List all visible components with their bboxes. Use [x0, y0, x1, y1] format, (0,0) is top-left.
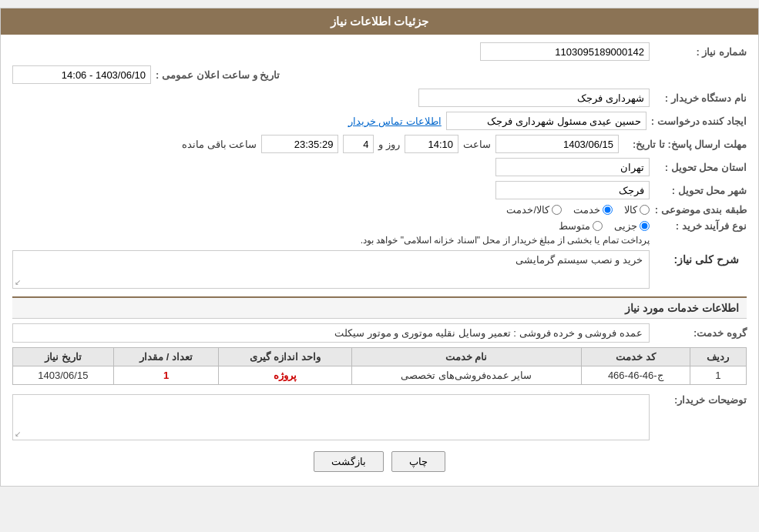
- button-row: چاپ بازگشت: [12, 451, 747, 472]
- farvanad-radio-group: جزیی متوسط: [361, 220, 650, 232]
- services-table: ردیف کد خدمت نام خدمت واحد اندازه گیری ت…: [12, 347, 747, 385]
- cell-kod: ج-46-46-466: [581, 366, 690, 385]
- farvanad-motavaset[interactable]: متوسط: [559, 220, 603, 232]
- shmare-niaz-input[interactable]: [480, 42, 650, 61]
- toz-label: توضیحات خریدار:: [654, 391, 747, 406]
- cell-tarikh: 1403/06/15: [13, 366, 114, 385]
- saat-mande-label: ساعت باقی مانده: [182, 139, 257, 150]
- col-tedad: تعداد / مقدار: [113, 348, 219, 366]
- resize-icon: ↙: [15, 278, 21, 286]
- cell-tedad: 1: [113, 366, 219, 385]
- ijad-konande-input[interactable]: [446, 112, 646, 130]
- farvanad-note: پرداخت تمام یا بخشی از مبلغ خریدار از مح…: [361, 235, 650, 246]
- rooz-label: روز و: [378, 139, 400, 150]
- col-kod: کد خدمت: [581, 348, 690, 366]
- mohlat-rooz-input[interactable]: [343, 135, 374, 153]
- goroh-value: عمده فروشی و خرده فروشی : تعمیر وسایل نق…: [334, 327, 643, 339]
- bazgasht-button[interactable]: بازگشت: [314, 451, 384, 472]
- khadamat-section-title: اطلاعات خدمات مورد نیاز: [12, 296, 747, 319]
- page-header: جزئیات اطلاعات نیاز: [1, 8, 758, 35]
- goroh-label: گروه خدمت:: [654, 327, 747, 339]
- cell-vahed: پروژه: [219, 366, 351, 385]
- tarikh-saat-label: تاریخ و ساعت اعلان عمومی :: [156, 69, 280, 81]
- tabeeh-kala[interactable]: کالا: [624, 204, 650, 216]
- farvanad-jozi[interactable]: جزیی: [614, 220, 650, 232]
- shahr-input[interactable]: [495, 181, 650, 199]
- tabeeh-label: طبقه بندی موضوعی :: [654, 204, 747, 216]
- resize-icon-toz: ↙: [15, 430, 21, 438]
- mohlat-mande-input[interactable]: [261, 135, 338, 153]
- ostan-label: استان محل تحویل :: [654, 162, 747, 173]
- tabeeh-kala-khedmat[interactable]: کالا/خدمت: [506, 204, 562, 216]
- col-nam: نام خدمت: [351, 348, 581, 366]
- nam-dastgah-label: نام دستگاه خریدار :: [654, 92, 747, 104]
- saat-label: ساعت: [463, 139, 491, 150]
- mohlat-ersal-label: مهلت ارسال پاسخ: تا تاریخ:: [623, 139, 747, 150]
- toz-box: ↙: [12, 394, 650, 440]
- table-row: 1 ج-46-46-466 سایر عمده‌فروشی‌های تخصصی …: [13, 366, 747, 385]
- tabeeh-khedmat[interactable]: خدمت: [573, 204, 613, 216]
- sharh-text: خرید و نصب سیستم گرمایشی: [516, 254, 643, 266]
- chap-button[interactable]: چاپ: [391, 451, 445, 472]
- farvanad-label: نوع فرآیند خرید :: [654, 220, 747, 232]
- sharh-box: خرید و نصب سیستم گرمایشی ↙: [12, 250, 650, 289]
- col-vahed: واحد اندازه گیری: [219, 348, 351, 366]
- ijad-konande-label: ایجاد کننده درخواست :: [651, 115, 747, 127]
- sharh-label: شرح کلی نیاز:: [654, 250, 747, 269]
- ettelaat-tamas-link[interactable]: اطلاعات تماس خریدار: [348, 115, 442, 127]
- goroh-service-box: عمده فروشی و خرده فروشی : تعمیر وسایل نق…: [12, 323, 650, 343]
- col-tarikh: تاریخ نیاز: [13, 348, 114, 366]
- tabeeh-radio-group: کالا خدمت کالا/خدمت: [506, 204, 650, 216]
- mohlat-saat-input[interactable]: [405, 135, 458, 153]
- col-radif: ردیف: [690, 348, 746, 366]
- nam-dastgah-input[interactable]: [418, 89, 650, 107]
- shahr-label: شهر محل تحویل :: [654, 185, 747, 196]
- tarikh-saat-input[interactable]: [12, 65, 151, 84]
- cell-nam: سایر عمده‌فروشی‌های تخصصی: [351, 366, 581, 385]
- cell-radif: 1: [690, 366, 746, 385]
- mohlat-date-input[interactable]: [495, 135, 619, 153]
- ostan-input[interactable]: [495, 158, 650, 176]
- shmare-niaz-label: شماره نیاز :: [654, 46, 747, 58]
